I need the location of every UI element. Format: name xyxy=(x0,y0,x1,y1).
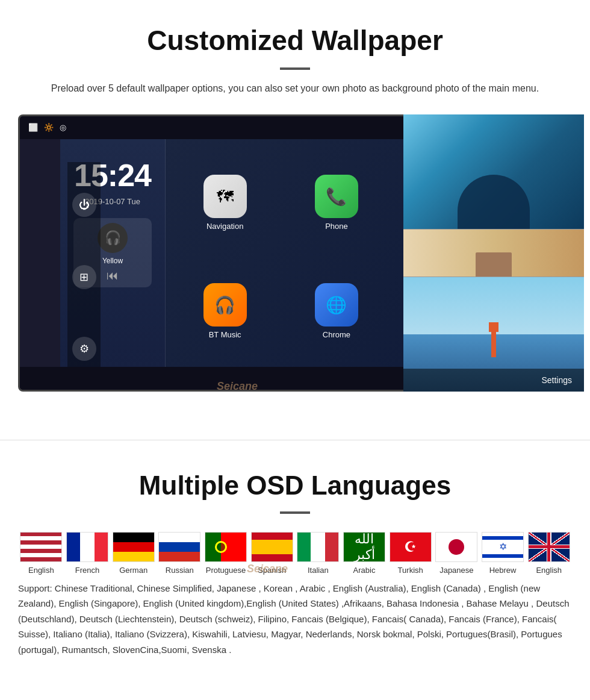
de-flag xyxy=(113,532,155,562)
app-phone[interactable]: 📞 Phone xyxy=(283,151,390,255)
flag-russian: Russian xyxy=(157,532,203,575)
il-flag: ✡ xyxy=(482,532,524,562)
wallpaper-desert xyxy=(403,229,584,277)
flag-label-es: Spanish xyxy=(258,566,286,575)
es-flag xyxy=(251,532,293,562)
chrome-label: Chrome xyxy=(323,330,350,339)
prev-track-btn[interactable]: ⏮ xyxy=(107,269,119,283)
bt-label: BT Music xyxy=(209,330,241,339)
flag-label-jp: Japanese xyxy=(439,566,473,575)
flag-label-en-gb: English xyxy=(536,566,562,575)
flag-label-en: English xyxy=(28,566,54,575)
settings-label: Settings xyxy=(541,375,572,385)
flag-turkish: ☪ Turkish xyxy=(387,532,433,575)
nav-label: Navigation xyxy=(206,222,243,231)
flag-spanish: Spanish xyxy=(249,532,295,575)
flag-italian: Italian xyxy=(295,532,341,575)
phone-label: Phone xyxy=(325,222,348,231)
phone-icon: 📞 xyxy=(315,175,358,218)
pt-flag xyxy=(205,532,247,562)
flag-english-us: English xyxy=(18,532,64,575)
jp-flag xyxy=(435,532,477,562)
flag-label-tr: Turkish xyxy=(398,566,423,575)
flag-label-it: Italian xyxy=(308,566,329,575)
flag-hebrew: ✡ Hebrew xyxy=(480,532,526,575)
flag-label-pt: Protuguese xyxy=(206,566,246,575)
music-label: Yellow xyxy=(102,257,123,265)
flag-french: French xyxy=(64,532,111,575)
brightness-icon: 🔆 xyxy=(44,123,54,132)
ar-flag: الله أكبر xyxy=(343,532,385,562)
device-mockup-area: ⬜ 🔆 ◎ 1:59 ▭ ↩ ⏻ ⊞ ⚙ xyxy=(18,114,584,404)
section-divider xyxy=(0,440,590,440)
languages-title: Multiple OSD Languages xyxy=(18,470,572,501)
tr-flag: ☪ xyxy=(390,532,432,562)
wallpaper-ice xyxy=(403,114,584,229)
home-icon: ⬜ xyxy=(28,123,38,132)
flag-label-he: Hebrew xyxy=(489,566,517,575)
wallpaper-description: Preload over 5 default wallpaper options… xyxy=(18,81,572,96)
flags-row: English French German Russian Protuguese… xyxy=(18,532,572,575)
flag-label-ru: Russian xyxy=(166,566,194,575)
bridge-tower xyxy=(491,327,496,357)
chrome-icon: 🌐 xyxy=(315,283,358,327)
gb-flag xyxy=(528,532,570,562)
it-flag xyxy=(297,532,339,562)
flag-portuguese: Protuguese xyxy=(203,532,249,575)
flag-arabic: الله أكبر Arabic xyxy=(341,532,388,575)
app-navigation[interactable]: 🗺 Navigation xyxy=(172,151,278,255)
nav-icon: 🗺 xyxy=(203,175,247,218)
flag-label-de: German xyxy=(119,566,148,575)
location-icon: ◎ xyxy=(60,123,66,132)
grid-btn[interactable]: ⊞ xyxy=(72,265,96,289)
music-widget-icon: 🎧 xyxy=(98,223,128,253)
ru-flag xyxy=(158,532,200,562)
settings-bar[interactable]: Settings xyxy=(403,369,584,392)
wallpaper-thumbs: Settings xyxy=(403,114,584,392)
flag-label-ar: Arabic xyxy=(353,566,376,575)
wallpaper-section: Customized Wallpaper Preload over 5 defa… xyxy=(0,0,590,422)
bt-icon: 🎧 xyxy=(203,283,247,327)
wallpaper-title: Customized Wallpaper xyxy=(18,24,572,57)
flag-english-gb: English xyxy=(526,532,572,575)
title-divider xyxy=(280,67,310,70)
flag-label-fr: French xyxy=(75,566,99,575)
languages-divider xyxy=(280,511,310,514)
flag-german: German xyxy=(110,532,157,575)
us-flag xyxy=(20,532,62,562)
fr-flag xyxy=(66,532,108,562)
languages-section: Multiple OSD Languages English Frenc xyxy=(0,458,590,676)
side-controls: ⏻ ⊞ ⚙ xyxy=(67,162,101,392)
flag-japanese: Japanese xyxy=(433,532,480,575)
app-bt-music[interactable]: 🎧 BT Music xyxy=(172,260,278,363)
status-left: ⬜ 🔆 ◎ xyxy=(28,123,66,132)
support-text: Support: Chinese Traditional, Chinese Si… xyxy=(18,581,572,658)
power-btn[interactable]: ⏻ xyxy=(72,193,96,217)
equalizer-btn[interactable]: ⚙ xyxy=(72,337,96,361)
app-chrome[interactable]: 🌐 Chrome xyxy=(283,260,390,363)
